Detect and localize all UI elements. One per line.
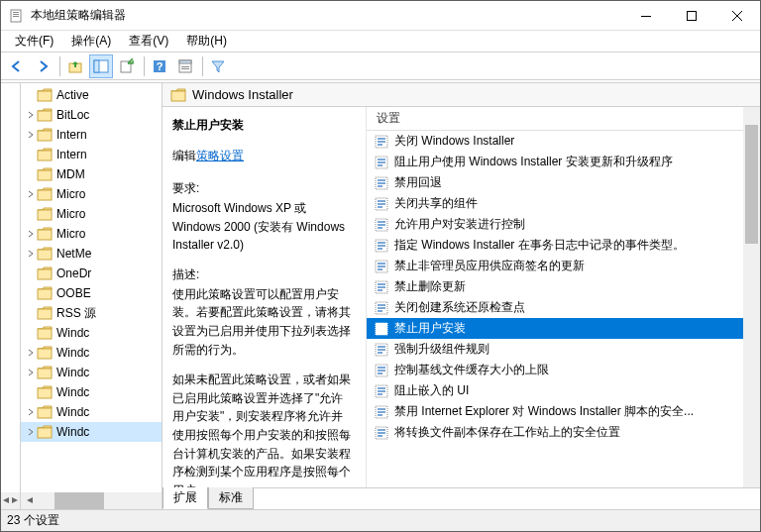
chevron-right-icon bbox=[27, 250, 37, 258]
horizontal-scrollbar[interactable]: ◂ bbox=[21, 492, 162, 509]
selected-policy-heading: 禁止用户安装 bbox=[172, 117, 354, 134]
maximize-button[interactable] bbox=[669, 1, 714, 30]
svg-rect-68 bbox=[378, 289, 382, 291]
tree-item[interactable]: NetMe bbox=[21, 244, 162, 264]
tree-pane: ActiveBitLocInternInternMDMMicroMicroMic… bbox=[21, 83, 163, 509]
settings-item-label: 将转换文件副本保存在工作站上的安全位置 bbox=[394, 424, 620, 441]
policy-icon bbox=[375, 197, 388, 211]
settings-item-label: 禁用回退 bbox=[394, 174, 442, 191]
tab-standard[interactable]: 标准 bbox=[208, 487, 254, 509]
chevron-right-icon bbox=[27, 369, 37, 376]
tree-item[interactable]: Intern bbox=[21, 145, 162, 164]
tab-extended[interactable]: 扩展 bbox=[163, 487, 208, 509]
tree-item[interactable]: RSS 源 bbox=[21, 303, 162, 323]
tree-item[interactable]: Windc bbox=[21, 363, 162, 382]
back-button[interactable] bbox=[5, 54, 29, 78]
folder-tree[interactable]: ActiveBitLocInternInternMDMMicroMicroMic… bbox=[21, 83, 162, 492]
filter-button[interactable] bbox=[206, 54, 230, 78]
policy-icon bbox=[375, 280, 388, 294]
forward-button[interactable] bbox=[31, 54, 54, 78]
vertical-scrollbar[interactable] bbox=[743, 107, 760, 487]
svg-rect-18 bbox=[38, 91, 52, 101]
tree-item[interactable]: Windc bbox=[21, 343, 162, 363]
tree-item[interactable]: BitLoc bbox=[21, 105, 162, 125]
svg-rect-15 bbox=[179, 60, 191, 63]
chevron-right-icon bbox=[27, 190, 37, 198]
menu-action[interactable]: 操作(A) bbox=[63, 31, 119, 52]
svg-rect-52 bbox=[378, 206, 382, 208]
settings-list-item[interactable]: 禁用回退 bbox=[367, 172, 760, 193]
settings-list-item[interactable]: 强制升级组件规则 bbox=[367, 339, 760, 360]
menu-view[interactable]: 查看(V) bbox=[121, 31, 176, 52]
tree-item[interactable]: Windc bbox=[21, 382, 162, 402]
tree-item[interactable]: Micro bbox=[21, 184, 162, 204]
svg-rect-48 bbox=[378, 185, 382, 187]
policy-icon bbox=[375, 135, 388, 149]
svg-rect-86 bbox=[378, 387, 385, 389]
svg-rect-47 bbox=[378, 182, 385, 184]
tree-item[interactable]: OOBE bbox=[21, 283, 162, 303]
show-hide-tree-button[interactable] bbox=[89, 54, 113, 78]
tree-item-label: Intern bbox=[56, 128, 87, 142]
menu-help[interactable]: 帮助(H) bbox=[178, 31, 235, 52]
menu-file[interactable]: 文件(F) bbox=[7, 31, 61, 52]
tree-item-label: Active bbox=[56, 88, 89, 102]
settings-item-label: 关闭共享的组件 bbox=[394, 195, 478, 212]
tree-item[interactable]: MDM bbox=[21, 164, 162, 184]
svg-rect-39 bbox=[378, 141, 385, 143]
minimize-button[interactable] bbox=[623, 1, 669, 30]
horizontal-scrollbar[interactable]: ◂ ▸ bbox=[1, 492, 20, 509]
settings-list-item[interactable]: 关闭创建系统还原检查点 bbox=[367, 297, 760, 318]
settings-list-item[interactable]: 禁止用户安装 bbox=[367, 318, 760, 339]
svg-rect-75 bbox=[378, 328, 385, 330]
settings-list-item[interactable]: 将转换文件副本保存在工作站上的安全位置 bbox=[367, 422, 760, 443]
title-bar: 本地组策略编辑器 bbox=[1, 1, 760, 31]
description-text-2: 如果未配置此策略设置，或者如果已启用此策略设置并选择了"允许用户安装"，则安装程… bbox=[172, 371, 354, 487]
properties-button[interactable] bbox=[173, 54, 197, 78]
svg-rect-88 bbox=[378, 393, 382, 395]
settings-list-item[interactable]: 关闭共享的组件 bbox=[367, 193, 760, 214]
export-button[interactable] bbox=[115, 54, 139, 78]
settings-list-item[interactable]: 关闭 Windows Installer bbox=[367, 131, 760, 152]
details-body: 禁止用户安装 编辑策略设置 要求: Microsoft Windows XP 或… bbox=[163, 107, 760, 487]
tree-item-label: Windc bbox=[56, 405, 89, 419]
folder-icon bbox=[37, 326, 53, 340]
settings-list-item[interactable]: 控制基线文件缓存大小的上限 bbox=[367, 360, 760, 380]
close-button[interactable] bbox=[714, 1, 760, 30]
up-button[interactable] bbox=[63, 54, 87, 78]
svg-rect-10 bbox=[94, 60, 99, 72]
help-button[interactable]: ? bbox=[148, 54, 171, 78]
settings-list-item[interactable]: 指定 Windows Installer 在事务日志中记录的事件类型。 bbox=[367, 235, 760, 256]
policy-setting-link[interactable]: 策略设置 bbox=[196, 149, 244, 162]
settings-column-header[interactable]: 设置 bbox=[367, 107, 760, 131]
tree-item[interactable]: Intern bbox=[21, 125, 162, 145]
tree-item[interactable]: Windc bbox=[21, 323, 162, 343]
chevron-right-icon bbox=[27, 408, 37, 416]
settings-list[interactable]: 关闭 Windows Installer阻止用户使用 Windows Insta… bbox=[367, 131, 760, 487]
tree-item[interactable]: Micro bbox=[21, 204, 162, 224]
svg-rect-36 bbox=[171, 91, 185, 101]
svg-rect-16 bbox=[181, 66, 189, 67]
window-title: 本地组策略编辑器 bbox=[31, 7, 623, 24]
settings-list-item[interactable]: 禁止非管理员应用供应商签名的更新 bbox=[367, 256, 760, 276]
svg-rect-71 bbox=[378, 307, 385, 309]
folder-icon bbox=[37, 286, 53, 300]
svg-rect-25 bbox=[38, 230, 52, 240]
tree-item[interactable]: Windc bbox=[21, 402, 162, 422]
tree-item[interactable]: Windc bbox=[21, 422, 162, 442]
description-text-1: 使用此策略设置可以配置用户安装。若要配置此策略设置，请将其设置为已启用并使用下拉… bbox=[172, 285, 354, 359]
settings-item-label: 强制升级组件规则 bbox=[394, 341, 489, 358]
settings-list-item[interactable]: 允许用户对安装进行控制 bbox=[367, 214, 760, 235]
folder-icon bbox=[37, 425, 53, 439]
tree-item[interactable]: Active bbox=[21, 85, 162, 105]
tree-item[interactable]: Micro bbox=[21, 224, 162, 244]
settings-list-item[interactable]: 禁止删除更新 bbox=[367, 276, 760, 297]
settings-list-item[interactable]: 禁用 Internet Explorer 对 Windows Installer… bbox=[367, 401, 760, 422]
svg-rect-26 bbox=[38, 250, 52, 260]
tree-item[interactable]: OneDr bbox=[21, 264, 162, 283]
svg-rect-2 bbox=[13, 14, 19, 15]
svg-rect-66 bbox=[378, 283, 385, 285]
settings-list-item[interactable]: 阻止用户使用 Windows Installer 安装更新和升级程序 bbox=[367, 152, 760, 172]
svg-rect-82 bbox=[378, 367, 385, 369]
settings-list-item[interactable]: 阻止嵌入的 UI bbox=[367, 380, 760, 401]
